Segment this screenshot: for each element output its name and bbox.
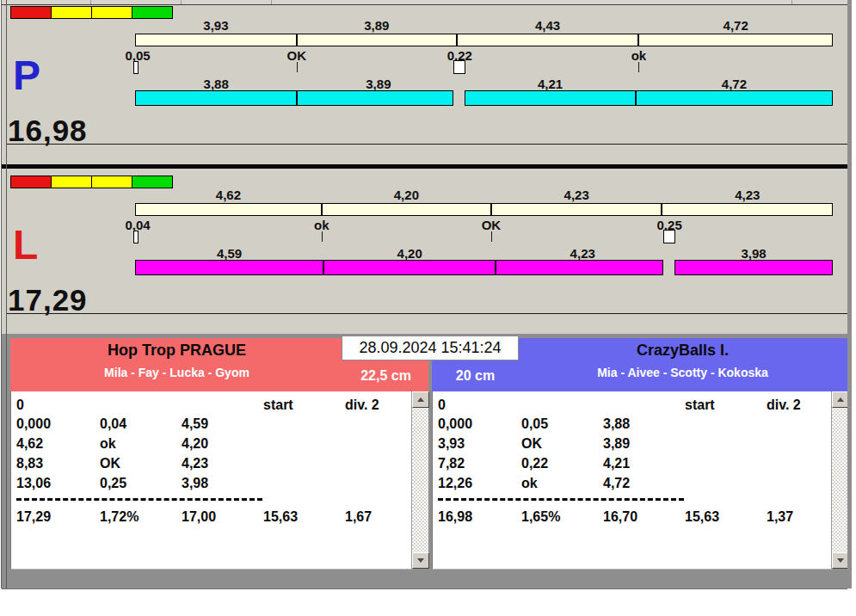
upper-bar-tick: [456, 34, 458, 46]
table-cell: 15,63: [685, 508, 719, 526]
team-left-size: 22,5 cm: [343, 362, 428, 390]
upper-split-bar: [135, 203, 833, 216]
top-strip-tick: [181, 0, 182, 4]
scroll-down-button[interactable]: [412, 552, 429, 569]
top-strip-tick: [791, 0, 792, 4]
lower-split-bar-segment: [135, 260, 323, 275]
upper-bar-tick: [637, 34, 639, 46]
upper-split-label: 4,23: [735, 188, 760, 202]
status-colorbar-segment: [91, 6, 132, 19]
table-cell: 0,04: [100, 416, 126, 433]
scroll-up-button[interactable]: [412, 391, 429, 408]
scroll-up-button[interactable]: [832, 391, 849, 408]
upper-split-bar: [135, 34, 833, 46]
top-strip-tick: [90, 0, 91, 4]
top-strip-tick: [271, 0, 272, 4]
lower-split-bar-segment: [135, 90, 297, 106]
table-cell: 1,72%: [100, 508, 139, 526]
scroll-down-icon: [417, 558, 424, 563]
table-cell: 7,82: [438, 455, 465, 472]
status-colorbar-segment: [10, 6, 52, 19]
table-cell: 17,00: [182, 508, 216, 526]
team-right-name: CrazyBalls I.: [518, 342, 847, 360]
table-cell: div. 2: [345, 397, 379, 414]
exchange-checkbox[interactable]: [453, 60, 465, 74]
table-cell: 4,21: [603, 455, 630, 472]
table-cell: ok: [100, 435, 116, 453]
table-cell: 15,63: [263, 508, 298, 526]
lane-divider-line: [7, 144, 847, 145]
table-cell: OK: [521, 435, 542, 453]
table-cell: start: [263, 397, 293, 414]
lower-split-bar-segment: [496, 260, 663, 275]
table-cell: start: [685, 397, 715, 414]
right-table-scrollbar[interactable]: [831, 391, 848, 569]
table-cell: 0,25: [100, 475, 126, 492]
upper-bar-tick: [661, 203, 662, 216]
status-colorbar-segment: [10, 176, 52, 188]
upper-bar-tick: [296, 34, 298, 46]
window-right-edge: [847, 0, 852, 588]
marker-label: ok: [314, 218, 329, 232]
datetime-display: 28.09.2024 15:41:24: [342, 336, 519, 360]
lower-split-label: 3,89: [366, 77, 391, 91]
team-left-name: Hop Trop PRAGUE: [10, 342, 343, 360]
table-cell: 3,89: [603, 435, 630, 453]
lane-panel-p: P16,983,933,894,434,723,883,894,214,720,…: [0, 5, 852, 145]
status-colorbar-segment: [91, 176, 132, 188]
lower-split-label: 4,23: [570, 246, 595, 261]
window-inner-border: [6, 0, 7, 588]
lane-letter: P: [13, 55, 40, 96]
table-cell: 0: [16, 397, 24, 414]
table-cell: div. 2: [767, 397, 801, 414]
exchange-checkbox[interactable]: [663, 230, 675, 243]
start-marker: [133, 61, 139, 74]
upper-split-label: 4,72: [724, 18, 748, 33]
lane-divider-line: [7, 313, 847, 314]
table-cell: 4,62: [16, 435, 43, 453]
status-colorbar-segment: [132, 6, 173, 19]
left-table-scrollbar[interactable]: [411, 391, 428, 569]
lower-split-label: 3,88: [204, 77, 229, 91]
upper-split-label: 3,93: [203, 18, 228, 33]
table-cell: 4,20: [182, 435, 208, 453]
lower-split-bar-segment: [297, 90, 453, 106]
totals-separator: [16, 498, 262, 501]
upper-split-label: 4,43: [535, 18, 560, 33]
lower-split-bar-segment: [636, 90, 833, 106]
lower-split-bar-segment: [674, 260, 833, 275]
table-cell: 8,83: [16, 455, 43, 472]
team-left-table: 0startdiv. 20,0000,044,594,62ok4,208,83O…: [10, 391, 412, 570]
table-cell: ok: [521, 475, 538, 492]
scroll-down-button[interactable]: [832, 552, 849, 569]
status-colorbar-segment: [51, 176, 92, 188]
table-cell: 3,93: [438, 435, 465, 453]
status-colorbar: [10, 176, 172, 191]
team-right-table: 0startdiv. 20,0000,053,883,93OK3,897,820…: [432, 391, 832, 570]
table-cell: 4,72: [603, 475, 630, 492]
lane-total-time: 16,98: [8, 115, 88, 145]
upper-split-label: 3,89: [364, 18, 389, 33]
totals-separator: [438, 498, 684, 501]
exchange-tick: [297, 62, 298, 72]
team-right-size: 20 cm: [433, 362, 518, 390]
lane-total-time: 17,29: [8, 285, 88, 315]
lower-split-label: 4,72: [722, 77, 747, 91]
exchange-tick: [638, 62, 639, 72]
team-left-members: Mila - Fay - Lucka - Gyom: [10, 366, 343, 379]
scroll-up-icon: [837, 397, 844, 402]
lower-split-bar-segment: [323, 260, 496, 275]
table-cell: 4,23: [182, 455, 208, 472]
table-cell: 17,29: [16, 508, 51, 526]
table-cell: 16,70: [603, 508, 637, 526]
lower-split-bar-segment: [465, 90, 635, 106]
lower-split-label: 4,21: [538, 77, 563, 91]
table-cell: OK: [100, 455, 120, 472]
table-cell: 1,67: [345, 508, 372, 526]
lane-letter: L: [13, 225, 38, 266]
table-cell: 0: [438, 397, 446, 414]
table-cell: 12,26: [438, 475, 472, 492]
marker-label: OK: [482, 218, 502, 232]
table-cell: 13,06: [16, 475, 51, 492]
scroll-up-icon: [417, 397, 424, 402]
